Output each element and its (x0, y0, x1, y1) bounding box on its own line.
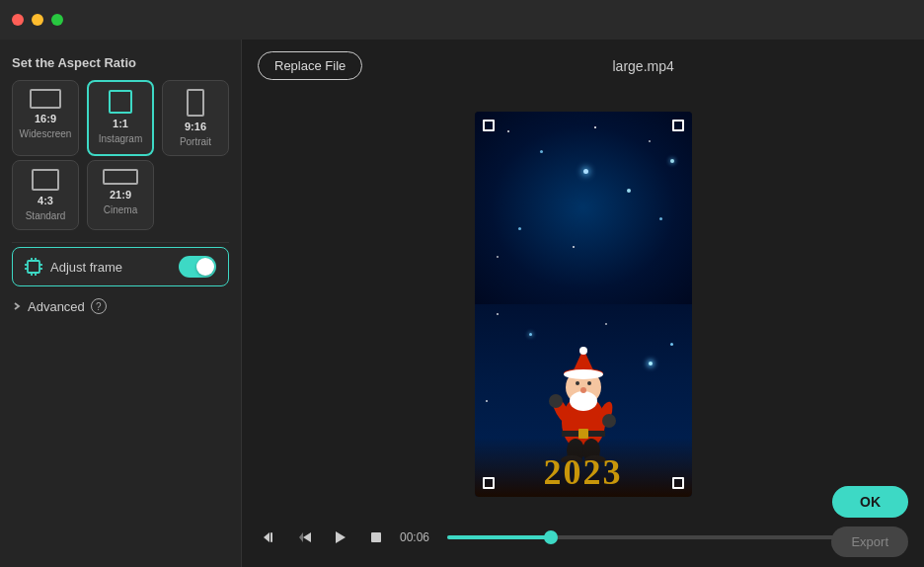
aspect-label-1-1: 1:1 (113, 118, 128, 129)
selection-handle-tr[interactable] (672, 120, 684, 131)
aspect-icon-16-9 (30, 89, 61, 109)
close-button[interactable] (12, 14, 24, 26)
minimize-button[interactable] (32, 14, 43, 26)
top-bar: Replace File large.mp4 (258, 51, 908, 80)
aspect-sub-16-9: Widescreen (20, 128, 72, 139)
aspect-icon-9-16 (187, 89, 204, 117)
svg-marker-29 (264, 532, 270, 542)
play-button[interactable] (329, 526, 352, 549)
svg-point-24 (602, 414, 616, 428)
adjust-frame-row[interactable]: Adjust frame (12, 247, 229, 286)
stop-button[interactable] (364, 526, 388, 549)
aspect-ratio-4-3[interactable]: 4:3 Standard (12, 160, 79, 230)
stars-top (475, 112, 692, 304)
aspect-sub-4-3: Standard (26, 210, 66, 221)
svg-point-15 (579, 347, 587, 355)
video-preview: 2023 (475, 112, 692, 497)
svg-point-23 (549, 394, 563, 408)
svg-point-19 (587, 381, 591, 385)
title-bar (0, 0, 924, 40)
prev-frame-button[interactable] (293, 526, 317, 549)
svg-marker-31 (303, 532, 311, 542)
aspect-ratio-1-1[interactable]: 1:1 Instagram (87, 80, 154, 156)
svg-rect-30 (270, 532, 272, 542)
aspect-ratio-9-16[interactable]: 9:16 Portrait (162, 80, 229, 156)
aspect-label-21-9: 21:9 (110, 189, 131, 201)
svg-marker-33 (336, 531, 346, 543)
step-back-button[interactable] (258, 526, 281, 549)
main-layout: Set the Aspect Ratio 16:9 Widescreen 1:1 (0, 40, 924, 567)
svg-point-16 (564, 369, 603, 379)
chevron-right-icon (12, 301, 22, 311)
svg-point-20 (580, 387, 586, 393)
aspect-label-16-9: 16:9 (35, 113, 56, 124)
info-icon[interactable]: ? (91, 298, 107, 314)
svg-point-17 (570, 391, 597, 411)
video-bottom-half: 2023 (475, 304, 692, 497)
aspect-ratio-grid-row1: 16:9 Widescreen 1:1 Instagram 9:16 (12, 80, 229, 156)
progress-bar[interactable] (447, 535, 861, 539)
file-name: large.mp4 (378, 58, 908, 74)
aspect-ratio-21-9[interactable]: 21:9 Cinema (87, 160, 154, 230)
controls-bar: 00:06 00:23 (258, 516, 908, 555)
progress-thumb[interactable] (544, 530, 558, 544)
section-title: Set the Aspect Ratio (12, 55, 229, 70)
right-panel: Replace File large.mp4 (242, 40, 924, 567)
aspect-icon-21-9 (103, 169, 138, 185)
advanced-label: Advanced (28, 299, 85, 314)
video-top-half (475, 112, 692, 304)
svg-rect-34 (371, 532, 381, 542)
export-button[interactable]: Export (831, 526, 908, 557)
adjust-frame-left: Adjust frame (25, 258, 122, 276)
left-panel: Set the Aspect Ratio 16:9 Widescreen 1:1 (0, 40, 242, 567)
video-area: 2023 (258, 92, 908, 516)
progress-fill (447, 535, 551, 539)
advanced-row[interactable]: Advanced ? (12, 294, 229, 318)
aspect-sub-21-9: Cinema (104, 204, 137, 215)
aspect-icon-1-1 (109, 90, 132, 114)
maximize-button[interactable] (51, 14, 63, 26)
time-current: 00:06 (400, 530, 435, 544)
divider (12, 242, 229, 243)
adjust-frame-toggle[interactable] (179, 256, 216, 278)
replace-file-button[interactable]: Replace File (258, 51, 362, 80)
adjust-frame-icon (25, 258, 42, 276)
aspect-ratio-grid-row2: 4:3 Standard 21:9 Cinema (12, 160, 229, 230)
svg-marker-32 (299, 532, 303, 542)
aspect-sub-9-16: Portrait (180, 136, 211, 147)
selection-handle-bl[interactable] (483, 477, 495, 489)
year-display: 2023 (475, 438, 692, 497)
selection-handle-br[interactable] (672, 477, 684, 489)
aspect-ratio-16-9[interactable]: 16:9 Widescreen (12, 80, 79, 156)
aspect-icon-4-3 (32, 169, 59, 191)
aspect-sub-1-1: Instagram (99, 133, 142, 144)
ok-button[interactable]: OK (832, 486, 908, 518)
svg-rect-0 (28, 261, 39, 273)
svg-point-18 (576, 381, 579, 385)
toggle-knob (196, 258, 214, 276)
adjust-frame-label: Adjust frame (50, 260, 122, 275)
aspect-label-4-3: 4:3 (38, 195, 53, 206)
aspect-label-9-16: 9:16 (185, 121, 206, 132)
selection-handle-tl[interactable] (483, 120, 495, 131)
